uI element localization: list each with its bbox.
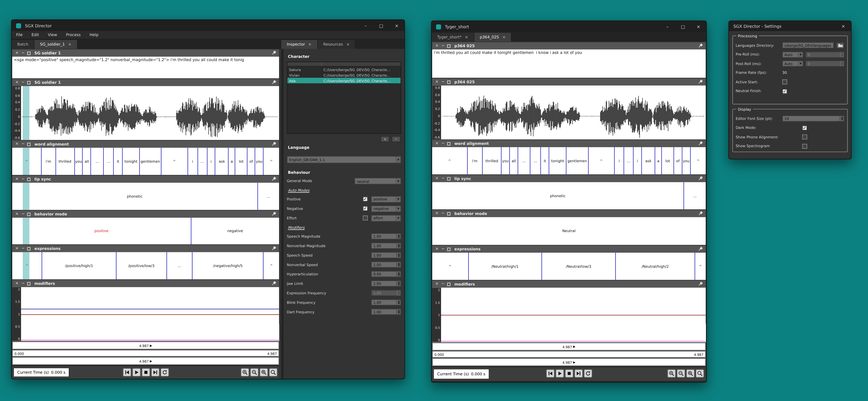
- panel-close-icon[interactable]: ×: [15, 282, 19, 286]
- timeline-zoom-bar-lower[interactable]: 4.987 ▶: [12, 357, 279, 365]
- character-list[interactable]: SakuraC:/Users/berge/SG_DEV/SG_Characte.…: [287, 62, 401, 134]
- timeline-segment[interactable]: phonetic: [12, 183, 258, 210]
- timeline-segment[interactable]: ask: [215, 148, 228, 175]
- panel-collapse-icon[interactable]: −: [441, 282, 445, 286]
- timeline-segment[interactable]: negative: [191, 218, 279, 245]
- panel-collapse-icon[interactable]: −: [21, 142, 25, 146]
- panel-titlebar[interactable]: × − lip sync: [12, 175, 279, 182]
- panel-float-icon[interactable]: [27, 81, 31, 84]
- zoom-in-button[interactable]: [241, 368, 249, 376]
- maximize-button[interactable]: □: [373, 20, 389, 31]
- timeline-segment[interactable]: ...: [531, 147, 541, 174]
- timeline-segment[interactable]: i: [615, 147, 624, 174]
- panel-close-icon[interactable]: ×: [435, 80, 439, 84]
- show-spectrogram-checkbox[interactable]: [802, 143, 807, 148]
- character-row-sakura[interactable]: SakuraC:/Users/berge/SG_DEV/SG_Characte.…: [287, 67, 401, 72]
- titlebar[interactable]: SGX Director – □ ×: [11, 20, 404, 31]
- menu-process[interactable]: Process: [61, 33, 85, 37]
- pin-icon[interactable]: [698, 247, 703, 252]
- tab-sg-soldier-1[interactable]: SG_soldier_1×: [34, 40, 78, 49]
- panel-titlebar[interactable]: × − expressions: [432, 246, 706, 253]
- timeline-range-bar[interactable]: 0.000 4.987: [12, 350, 279, 356]
- tab-inspector[interactable]: Inspector×: [281, 40, 318, 49]
- menu-file[interactable]: File: [11, 33, 27, 37]
- panel-collapse-icon[interactable]: −: [441, 247, 445, 251]
- panel-close-icon[interactable]: ×: [435, 176, 439, 180]
- timeline-segment[interactable]: lot: [662, 147, 674, 174]
- skip-end-button[interactable]: [151, 368, 159, 376]
- timeline-zoom-bar-upper[interactable]: 4.987 ▶: [432, 343, 706, 350]
- remove-character-button[interactable]: −: [392, 136, 400, 142]
- timeline-segment[interactable]: ...: [91, 148, 104, 175]
- timeline-segment[interactable]: gentlemen: [140, 148, 161, 175]
- timeline-segment[interactable]: tonight: [550, 147, 566, 174]
- timeline-segment[interactable]: thrilled: [56, 148, 75, 175]
- skip-start-button[interactable]: [546, 369, 554, 378]
- tab-close-icon[interactable]: ×: [465, 35, 468, 39]
- timeline-segment[interactable]: of: [248, 148, 255, 175]
- panel-titlebar[interactable]: × − word alignment: [12, 140, 279, 148]
- menu-edit[interactable]: Edit: [27, 33, 43, 37]
- panel-float-icon[interactable]: [27, 212, 31, 216]
- waveform-plot[interactable]: [441, 86, 706, 140]
- effort-mode-select[interactable]: effort▼: [371, 215, 401, 222]
- positive-mode-select[interactable]: positive▼: [371, 196, 401, 202]
- timeline-segment[interactable]: ^: [432, 147, 468, 174]
- active-start-checkbox[interactable]: [782, 79, 787, 84]
- panel-titlebar[interactable]: × − behavior mode: [12, 210, 279, 218]
- zoom-selection-button[interactable]: [696, 369, 704, 378]
- panel-close-icon[interactable]: ×: [15, 142, 19, 146]
- timeline-segment[interactable]: i: [207, 148, 216, 175]
- panel-float-icon[interactable]: [447, 80, 450, 84]
- browse-folder-button[interactable]: [836, 42, 844, 49]
- timeline-segment[interactable]: all: [510, 147, 518, 174]
- timeline-segment[interactable]: ^: [589, 147, 615, 174]
- blink-frequency-spinbox[interactable]: 1.00: [371, 299, 401, 306]
- timeline-segment[interactable]: ^: [264, 252, 279, 280]
- timeline-segment[interactable]: ^: [432, 253, 469, 280]
- general-mode-select[interactable]: neutral ▼: [354, 178, 401, 184]
- panel-titlebar[interactable]: × − p364 025: [432, 78, 706, 85]
- waveform-plot[interactable]: [21, 86, 279, 140]
- negative-mode-select[interactable]: negative▼: [371, 205, 401, 212]
- timeline-segment[interactable]: lot: [235, 148, 248, 175]
- speech-speed-spinbox[interactable]: 1.00: [371, 252, 401, 258]
- timeline-zoom-bar-upper[interactable]: 4.987 ▶: [12, 342, 279, 349]
- panel-collapse-icon[interactable]: −: [21, 51, 25, 55]
- tab-resources[interactable]: Resources×: [318, 40, 356, 49]
- panel-close-icon[interactable]: ×: [15, 51, 19, 55]
- panel-titlebar[interactable]: × − modifiers: [432, 281, 706, 288]
- timeline-segment[interactable]: a: [655, 147, 662, 174]
- timeline-segment[interactable]: thrilled: [483, 147, 502, 174]
- timeline-segment[interactable]: ^: [691, 147, 706, 174]
- neutral-finish-checkbox[interactable]: ✓: [782, 89, 787, 94]
- zoom-fit-button[interactable]: [686, 369, 694, 378]
- timeline-segment[interactable]: ^: [264, 148, 279, 175]
- panel-collapse-icon[interactable]: −: [21, 282, 25, 286]
- timeline-segment[interactable]: ...: [198, 148, 207, 175]
- timeline-segment[interactable]: all: [83, 148, 91, 175]
- script-text[interactable]: i'm thrilled you all could make it tonig…: [432, 50, 706, 78]
- panel-float-icon[interactable]: [27, 247, 31, 250]
- timeline-segment[interactable]: i'm: [41, 148, 56, 175]
- character-row-vivian[interactable]: VivianC:/Users/berge/SG_DEV/SG_Characte.…: [287, 72, 401, 78]
- panel-float-icon[interactable]: [27, 282, 31, 285]
- close-button[interactable]: ×: [835, 21, 851, 31]
- zoom-selection-button[interactable]: [269, 368, 277, 376]
- loop-button[interactable]: [160, 368, 169, 376]
- pin-icon[interactable]: [698, 79, 703, 84]
- panel-collapse-icon[interactable]: −: [441, 44, 445, 48]
- panel-float-icon[interactable]: [447, 212, 450, 215]
- panel-titlebar[interactable]: × − modifiers: [12, 280, 279, 287]
- panel-close-icon[interactable]: ×: [435, 247, 439, 251]
- zoom-fit-button[interactable]: [259, 368, 268, 376]
- tab-tyger-short[interactable]: Tyger_short*×: [432, 33, 474, 41]
- timeline-segment[interactable]: it: [541, 147, 550, 174]
- timeline-segment[interactable]: /negative/high/5: [192, 252, 264, 280]
- dart-frequency-spinbox[interactable]: 1.00: [371, 309, 401, 315]
- menu-view[interactable]: View: [43, 33, 61, 37]
- tab-close-icon[interactable]: ×: [68, 42, 71, 47]
- minimize-button[interactable]: –: [358, 20, 373, 31]
- panel-collapse-icon[interactable]: −: [21, 212, 25, 216]
- timeline-segment[interactable]: ^: [695, 253, 706, 280]
